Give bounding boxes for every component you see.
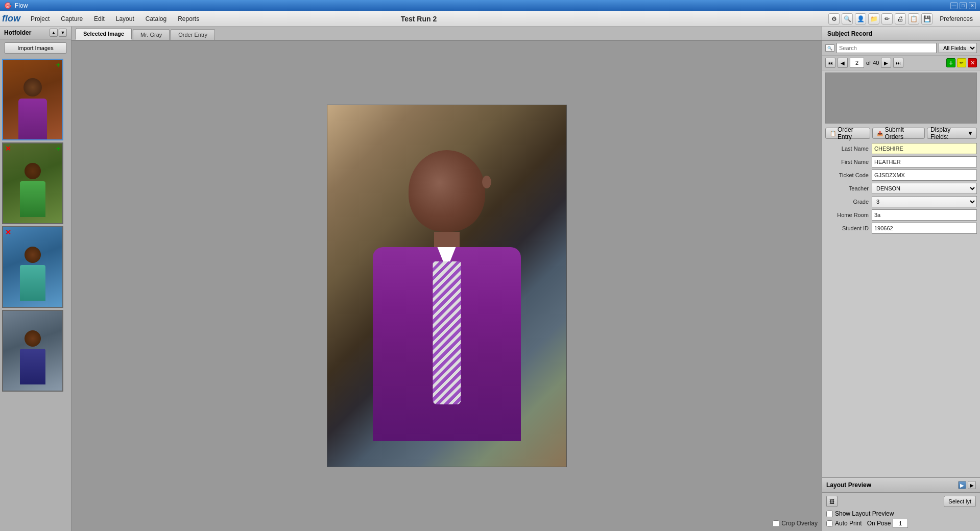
display-fields-button[interactable]: Display Fields: ▼: [927, 128, 977, 139]
workspace: Selected Image Mr. Gray Order Entry: [71, 27, 822, 531]
toolbar-icon-2[interactable]: 🔍: [842, 13, 853, 25]
figure: [17, 74, 48, 125]
teacher-select[interactable]: DENSON: [872, 183, 977, 194]
layout-preview-section: Layout Preview ▶ ▶ 🖼 Select lyt Show Lay…: [822, 477, 980, 531]
main-content: Hotfolder ▲ ▼ Import Images + ✕: [0, 27, 980, 531]
thumbnail-item[interactable]: [2, 310, 63, 392]
submit-orders-button[interactable]: 📤 Submit Orders: [872, 128, 924, 139]
student-id-row: Student ID: [825, 223, 977, 234]
sr-action-buttons: 📋 Order Entry 📤 Submit Orders Display Fi…: [822, 126, 980, 141]
last-name-label: Last Name: [825, 146, 869, 152]
import-images-button[interactable]: Import Images: [4, 42, 67, 54]
lp-toolbar: 🖼 Select lyt: [826, 496, 976, 507]
minimize-button[interactable]: —: [950, 2, 958, 9]
show-layout-checkbox[interactable]: [826, 511, 833, 517]
student-id-input[interactable]: [872, 223, 977, 234]
nav-add-button[interactable]: +: [946, 58, 955, 67]
show-layout-label: Show Layout Preview: [835, 510, 894, 517]
crop-overlay-checkbox[interactable]: [773, 520, 779, 527]
menu-edit[interactable]: Edit: [89, 13, 110, 25]
window-controls: — □ ✕: [950, 2, 976, 9]
toolbar-icon-3[interactable]: 👤: [855, 13, 866, 25]
search-field-select[interactable]: All Fields: [939, 43, 977, 53]
subject-record-panel: Subject Record 🔍 All Fields ⏮ ◀ of 40 ▶ …: [822, 27, 980, 531]
ticket-code-input[interactable]: [872, 170, 977, 181]
toolbar-icon-8[interactable]: 💾: [921, 13, 933, 25]
grade-row: Grade 3: [825, 196, 977, 207]
pose-input[interactable]: [893, 519, 908, 528]
select-lyt-button[interactable]: Select lyt: [944, 496, 976, 507]
sr-title: Subject Record: [827, 30, 872, 37]
toolbar-icon-6[interactable]: 🖨: [895, 13, 906, 25]
search-input[interactable]: [836, 43, 937, 53]
display-fields-label: Display Fields:: [930, 126, 966, 140]
preferences-button[interactable]: Preferences: [935, 13, 978, 25]
thumbnail-image: [3, 60, 62, 139]
close-button[interactable]: ✕: [969, 2, 976, 9]
search-icon-box: 🔍: [825, 44, 834, 52]
tab-order-entry[interactable]: Order Entry: [171, 29, 215, 40]
auto-print-row: Auto Print On Pose: [826, 519, 976, 528]
lp-content: 🖼 Select lyt Show Layout Preview Auto Pr…: [822, 493, 980, 531]
auto-print-checkbox[interactable]: [826, 520, 833, 527]
lp-arrows: ▶ ▶: [958, 481, 976, 489]
subject-neck: [434, 232, 460, 247]
menu-capture[interactable]: Capture: [56, 13, 88, 25]
subject-head: [409, 150, 485, 232]
ear: [482, 176, 491, 188]
plus-badge: +: [56, 144, 60, 153]
lp-arrow-right[interactable]: ▶: [968, 481, 976, 489]
on-pose-label: On Pose: [867, 520, 891, 527]
figure: [17, 325, 48, 376]
subject-record-form: Last Name First Name Ticket Code Teacher…: [822, 141, 980, 236]
plus-badge: +: [56, 61, 60, 69]
grade-select[interactable]: 3: [872, 196, 977, 207]
submit-orders-icon: 📤: [877, 131, 883, 136]
image-viewer: Crop Overlay: [71, 41, 822, 531]
shirt-collar: [432, 247, 462, 262]
teacher-label: Teacher: [825, 185, 869, 191]
nav-first-button[interactable]: ⏮: [825, 58, 835, 68]
nav-edit-button[interactable]: ✏: [957, 58, 966, 67]
nav-last-button[interactable]: ⏭: [893, 58, 903, 68]
tab-mr-gray[interactable]: Mr. Gray: [133, 29, 170, 40]
subject-tie: [433, 261, 461, 404]
thumbnail-item[interactable]: +: [2, 59, 63, 140]
order-entry-button[interactable]: 📋 Order Entry: [825, 128, 870, 139]
hotfolder-header: Hotfolder ▲ ▼: [0, 27, 71, 39]
first-name-input[interactable]: [872, 156, 977, 167]
menu-catalog[interactable]: Catalog: [140, 13, 172, 25]
nav-prev-button[interactable]: ◀: [838, 58, 848, 68]
first-name-row: First Name: [825, 156, 977, 167]
toolbar-icon-1[interactable]: ⚙: [828, 13, 840, 25]
lp-icon-button[interactable]: 🖼: [826, 496, 838, 507]
toolbar-icon-4[interactable]: 📁: [868, 13, 879, 25]
toolbar-icon-5[interactable]: ✏: [881, 13, 893, 25]
nav-current-input[interactable]: [850, 58, 864, 68]
nav-delete-button[interactable]: ✕: [968, 58, 977, 67]
last-name-input[interactable]: [872, 143, 977, 154]
hotfolder-arrow-down[interactable]: ▼: [59, 29, 67, 37]
toolbar-icon-7[interactable]: 📋: [908, 13, 919, 25]
lp-title: Layout Preview: [826, 481, 871, 489]
student-id-label: Student ID: [825, 225, 869, 231]
hotfolder-arrow-up[interactable]: ▲: [50, 29, 58, 37]
thumbnail-list: + ✕ +: [0, 57, 71, 531]
menu-reports[interactable]: Reports: [173, 13, 204, 25]
auto-print-label: Auto Print: [835, 520, 862, 527]
restore-button[interactable]: □: [960, 2, 967, 9]
menu-layout[interactable]: Layout: [111, 13, 139, 25]
home-room-input[interactable]: [872, 209, 977, 221]
sr-header: Subject Record: [822, 27, 980, 41]
menu-project[interactable]: Project: [26, 13, 55, 25]
submit-orders-label: Submit Orders: [885, 126, 920, 140]
crop-overlay-area: Crop Overlay: [773, 520, 818, 527]
lp-arrow-left[interactable]: ▶: [958, 481, 966, 489]
tab-selected-image[interactable]: Selected Image: [76, 28, 132, 40]
teacher-row: Teacher DENSON: [825, 183, 977, 194]
thumbnail-item[interactable]: ✕: [2, 226, 63, 308]
app-logo: flow: [2, 13, 20, 24]
thumbnail-item[interactable]: ✕ +: [2, 142, 63, 224]
nav-next-button[interactable]: ▶: [881, 58, 891, 68]
thumbnail-image: [3, 143, 62, 223]
